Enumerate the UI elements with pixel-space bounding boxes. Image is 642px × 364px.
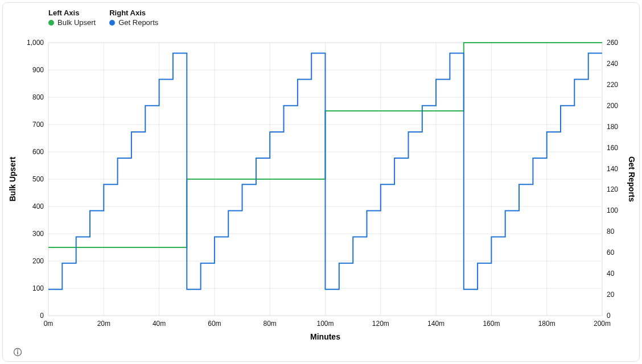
series-get-reports — [48, 53, 602, 289]
svg-text:900: 900 — [32, 66, 44, 74]
chart-card: Left Axis Bulk Upsert Right Axis Get Rep… — [2, 2, 640, 362]
info-icon[interactable] — [13, 348, 22, 357]
legend-left-swatch-icon — [48, 20, 54, 26]
svg-text:700: 700 — [32, 121, 44, 129]
legend-left-axis: Left Axis Bulk Upsert — [48, 9, 96, 27]
svg-text:180: 180 — [607, 123, 618, 131]
svg-text:500: 500 — [32, 175, 44, 183]
svg-text:160m: 160m — [483, 320, 500, 328]
chart-svg: 01002003004005006007008009001,0000204060… — [3, 31, 639, 350]
svg-text:160: 160 — [607, 144, 618, 152]
svg-text:60m: 60m — [208, 320, 221, 328]
svg-text:140m: 140m — [427, 320, 445, 328]
svg-text:140: 140 — [607, 165, 618, 173]
svg-text:200m: 200m — [594, 320, 611, 328]
svg-text:20: 20 — [607, 291, 615, 299]
legend: Left Axis Bulk Upsert Right Axis Get Rep… — [3, 3, 639, 27]
svg-text:Bulk Upsert: Bulk Upsert — [8, 156, 17, 201]
svg-text:100m: 100m — [316, 320, 334, 328]
svg-text:120: 120 — [607, 185, 618, 193]
svg-text:220: 220 — [607, 81, 618, 89]
svg-text:40m: 40m — [153, 320, 166, 328]
svg-text:20m: 20m — [97, 320, 110, 328]
legend-right-series: Get Reports — [118, 18, 158, 27]
svg-text:240: 240 — [607, 60, 618, 68]
legend-right-row: Get Reports — [109, 18, 158, 27]
svg-text:180m: 180m — [538, 320, 555, 328]
svg-text:Get Reports: Get Reports — [627, 156, 636, 202]
legend-right-title: Right Axis — [109, 9, 158, 17]
plot-area: 01002003004005006007008009001,0000204060… — [3, 31, 639, 350]
svg-text:80: 80 — [607, 228, 615, 235]
svg-text:80m: 80m — [264, 320, 277, 328]
svg-text:600: 600 — [32, 148, 44, 156]
svg-text:0m: 0m — [44, 320, 54, 328]
legend-left-title: Left Axis — [48, 9, 96, 17]
svg-text:200: 200 — [32, 257, 44, 265]
svg-text:800: 800 — [32, 93, 44, 101]
svg-text:300: 300 — [32, 230, 44, 238]
svg-text:120m: 120m — [372, 320, 389, 328]
svg-text:0: 0 — [40, 312, 44, 320]
legend-left-row: Bulk Upsert — [48, 18, 96, 27]
svg-text:Minutes: Minutes — [310, 332, 340, 341]
legend-left-series: Bulk Upsert — [57, 18, 96, 27]
svg-text:0: 0 — [607, 312, 611, 320]
svg-text:40: 40 — [607, 270, 615, 278]
svg-text:200: 200 — [607, 102, 618, 110]
svg-text:100: 100 — [32, 284, 44, 292]
svg-text:100: 100 — [607, 206, 618, 214]
legend-right-swatch-icon — [109, 20, 115, 26]
svg-text:60: 60 — [607, 249, 615, 257]
legend-right-axis: Right Axis Get Reports — [109, 9, 158, 27]
svg-text:400: 400 — [32, 202, 44, 210]
svg-text:260: 260 — [607, 39, 618, 47]
svg-text:1,000: 1,000 — [27, 39, 44, 47]
